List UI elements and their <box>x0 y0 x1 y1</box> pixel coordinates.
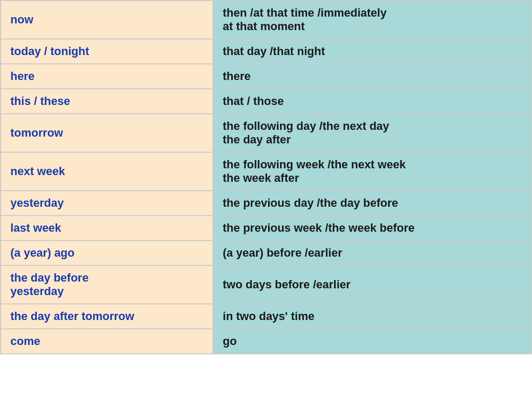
table-row: comego <box>1 329 531 354</box>
right-cell-11: go <box>213 329 531 354</box>
right-cell-6: the previous day /the day before <box>213 191 531 216</box>
left-cell-2: here <box>1 64 213 89</box>
left-cell-6: yesterday <box>1 191 213 216</box>
left-cell-10: the day after tomorrow <box>1 304 213 329</box>
left-cell-7: last week <box>1 216 213 241</box>
left-cell-5: next week <box>1 152 213 191</box>
table-row: nowthen /at that time /immediatelyat tha… <box>1 1 531 39</box>
left-cell-4: tomorrow <box>1 114 213 152</box>
table-row: the day beforeyesterdaytwo days before /… <box>1 265 531 304</box>
main-table-container: nowthen /at that time /immediatelyat tha… <box>0 0 532 399</box>
right-cell-4: the following day /the next daythe day a… <box>213 114 531 152</box>
right-cell-10: in two days' time <box>213 304 531 329</box>
table-row: herethere <box>1 64 531 89</box>
table-row: (a year) ago(a year) before /earlier <box>1 241 531 265</box>
right-cell-2: there <box>213 64 531 89</box>
reference-table: nowthen /at that time /immediatelyat tha… <box>0 0 532 354</box>
left-cell-1: today / tonight <box>1 39 213 64</box>
table-row: today / tonightthat day /that night <box>1 39 531 64</box>
left-cell-9: the day beforeyesterday <box>1 265 213 304</box>
left-cell-3: this / these <box>1 89 213 114</box>
right-cell-0: then /at that time /immediatelyat that m… <box>213 1 531 39</box>
right-cell-9: two days before /earlier <box>213 265 531 304</box>
table-row: last weekthe previous week /the week bef… <box>1 216 531 241</box>
right-cell-7: the previous week /the week before <box>213 216 531 241</box>
left-cell-0: now <box>1 1 213 39</box>
left-cell-11: come <box>1 329 213 354</box>
right-cell-5: the following week /the next weekthe wee… <box>213 152 531 191</box>
table-row: tomorrowthe following day /the next dayt… <box>1 114 531 152</box>
table-row: the day after tomorrowin two days' time <box>1 304 531 329</box>
table-row: next weekthe following week /the next we… <box>1 152 531 191</box>
table-row: yesterdaythe previous day /the day befor… <box>1 191 531 216</box>
right-cell-3: that / those <box>213 89 531 114</box>
table-row: this / thesethat / those <box>1 89 531 114</box>
right-cell-1: that day /that night <box>213 39 531 64</box>
right-cell-8: (a year) before /earlier <box>213 241 531 265</box>
left-cell-8: (a year) ago <box>1 241 213 265</box>
